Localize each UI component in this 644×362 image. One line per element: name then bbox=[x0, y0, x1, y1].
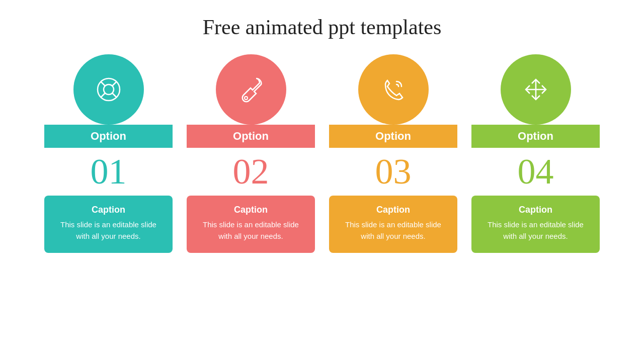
card-2-caption-text: This slide is an editable slide with all… bbox=[197, 219, 305, 242]
card-4-caption-box: Caption This slide is an editable slide … bbox=[471, 196, 600, 253]
slide: Free animated ppt templates Option 01 Ca… bbox=[0, 0, 644, 362]
card-2-option-label: Option bbox=[187, 125, 315, 148]
svg-line-5 bbox=[112, 94, 117, 98]
svg-line-3 bbox=[112, 81, 117, 86]
card-3-caption-box: Caption This slide is an editable slide … bbox=[329, 196, 457, 253]
svg-line-4 bbox=[101, 94, 105, 98]
wrench-icon bbox=[235, 73, 267, 106]
card-1-caption-title: Caption bbox=[54, 205, 163, 215]
card-3-option-label: Option bbox=[329, 125, 457, 148]
card-4: Option 04 Caption This slide is an edita… bbox=[471, 54, 600, 253]
card-4-option-label: Option bbox=[471, 125, 600, 148]
card-1-option-label: Option bbox=[44, 125, 173, 148]
card-4-number: 04 bbox=[518, 152, 554, 192]
card-2-circle bbox=[216, 54, 286, 125]
move-icon bbox=[520, 73, 552, 106]
slide-title: Free animated ppt templates bbox=[203, 15, 442, 39]
card-2: Option 02 Caption This slide is an edita… bbox=[187, 54, 315, 253]
card-1: Option 01 Caption This slide is an edita… bbox=[44, 54, 173, 253]
card-3-caption-title: Caption bbox=[339, 205, 447, 215]
card-3-number: 03 bbox=[375, 152, 412, 192]
card-1-number: 01 bbox=[91, 152, 127, 192]
svg-line-2 bbox=[101, 81, 105, 86]
card-1-circle bbox=[73, 54, 144, 125]
card-4-caption-text: This slide is an editable slide with all… bbox=[481, 219, 590, 242]
card-3-caption-text: This slide is an editable slide with all… bbox=[339, 219, 447, 242]
card-3: Option 03 Caption This slide is an edita… bbox=[329, 54, 457, 253]
card-2-number: 02 bbox=[233, 152, 269, 192]
card-4-caption-title: Caption bbox=[481, 205, 590, 215]
svg-point-1 bbox=[104, 84, 114, 95]
lifebuoy-icon bbox=[93, 73, 125, 106]
card-4-circle bbox=[501, 54, 571, 125]
cards-row: Option 01 Caption This slide is an edita… bbox=[30, 54, 614, 253]
phone-icon bbox=[377, 73, 410, 106]
card-2-caption-box: Caption This slide is an editable slide … bbox=[187, 196, 315, 253]
card-1-caption-text: This slide is an editable slide with all… bbox=[54, 219, 163, 242]
card-2-caption-title: Caption bbox=[197, 205, 305, 215]
svg-point-6 bbox=[245, 97, 248, 100]
card-3-circle bbox=[358, 54, 429, 125]
card-1-caption-box: Caption This slide is an editable slide … bbox=[44, 196, 173, 253]
